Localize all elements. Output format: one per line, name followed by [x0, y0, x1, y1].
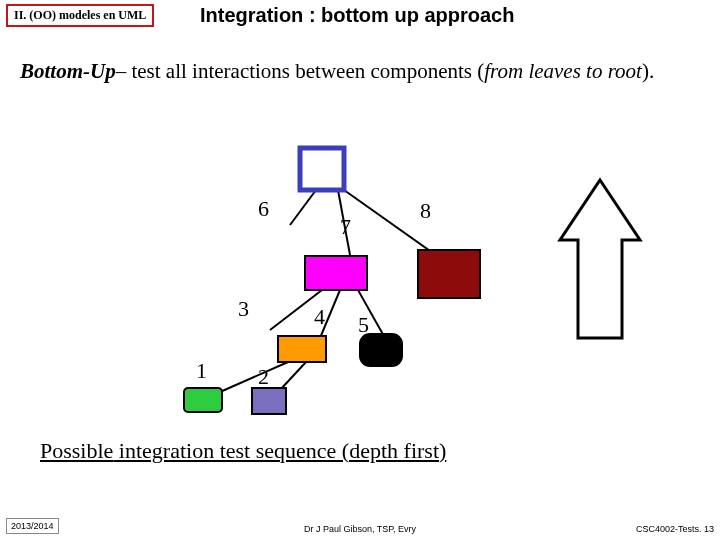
label-2: 2: [258, 364, 269, 390]
caption-d: ): [439, 438, 446, 463]
purple-box: [252, 388, 286, 414]
caption-b: integration test sequence (: [113, 438, 349, 463]
label-3: 3: [238, 296, 249, 322]
svg-line-7: [280, 362, 306, 390]
root-node-box: [300, 148, 344, 190]
footer-year: 2013/2014: [6, 518, 59, 534]
up-arrow-icon: [560, 180, 640, 338]
green-box: [184, 388, 222, 412]
caption-text: Possible integration test sequence (dept…: [40, 438, 446, 464]
footer-page: CSC4002-Tests. 13: [636, 524, 714, 534]
black-box: [360, 334, 402, 366]
svg-line-0: [290, 190, 316, 225]
label-6: 6: [258, 196, 269, 222]
label-7: 7: [340, 214, 351, 240]
label-5: 5: [358, 312, 369, 338]
label-1: 1: [196, 358, 207, 384]
footer-author: Dr J Paul Gibson, TSP, Evry: [304, 524, 416, 534]
darkred-box: [418, 250, 480, 298]
label-8: 8: [420, 198, 431, 224]
magenta-box: [305, 256, 367, 290]
caption-depthfirst: depth first: [349, 438, 439, 463]
orange-box: [278, 336, 326, 362]
label-4: 4: [314, 304, 325, 330]
caption-a: Possible: [40, 438, 113, 463]
